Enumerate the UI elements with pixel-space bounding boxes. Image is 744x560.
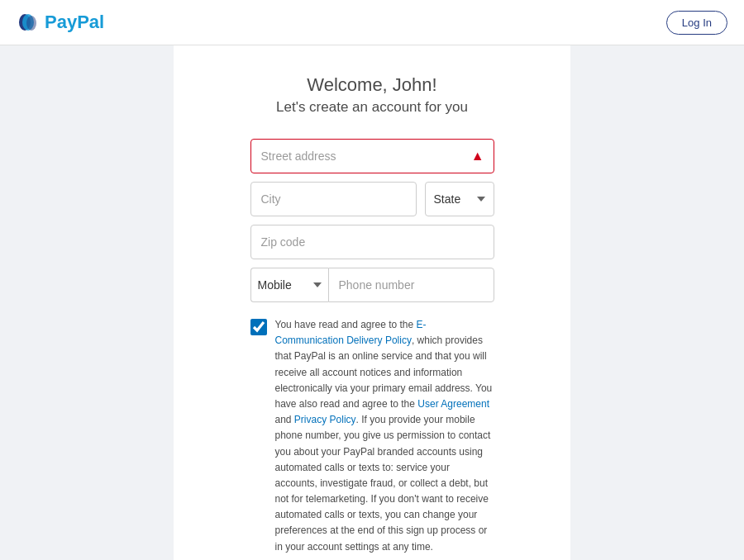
svg-point-2 [26,16,36,31]
privacy-policy-link[interactable]: Privacy Policy [294,414,356,425]
state-select[interactable]: State AL AK AZ CA CO FL GA NY TX [425,182,494,216]
street-error-icon: ▲ [471,149,484,164]
zip-code-input[interactable] [250,225,494,259]
consent-area: You have read and agree to the E-Communi… [250,317,494,555]
main-layout: Welcome, John! Let's create an account f… [0,45,744,560]
paypal-logo: PayPal [17,11,104,34]
phone-row: Mobile Home Work [250,268,494,302]
welcome-title: Welcome, John! [307,74,436,96]
content-area: Welcome, John! Let's create an account f… [174,45,570,560]
paypal-logo-text: PayPal [45,12,104,33]
street-address-input[interactable] [250,139,494,173]
paypal-logo-icon [17,11,40,34]
phone-number-input[interactable] [328,268,494,302]
user-agreement-link[interactable]: User Agreement [417,398,489,410]
welcome-subtitle: Let's create an account for you [276,99,468,116]
sidebar-right [570,45,744,560]
sidebar-left [0,45,174,560]
street-address-wrapper: ▲ [250,139,494,173]
city-state-row: State AL AK AZ CA CO FL GA NY TX [250,182,494,216]
login-button[interactable]: Log In [666,11,727,35]
mobile-type-select[interactable]: Mobile Home Work [250,268,328,302]
form-container: ▲ State AL AK AZ CA CO FL GA NY TX [250,139,494,560]
header: PayPal Log In [0,0,744,45]
city-input[interactable] [250,182,417,216]
consent-checkbox[interactable] [250,319,267,335]
consent-text: You have read and agree to the E-Communi… [275,317,494,555]
